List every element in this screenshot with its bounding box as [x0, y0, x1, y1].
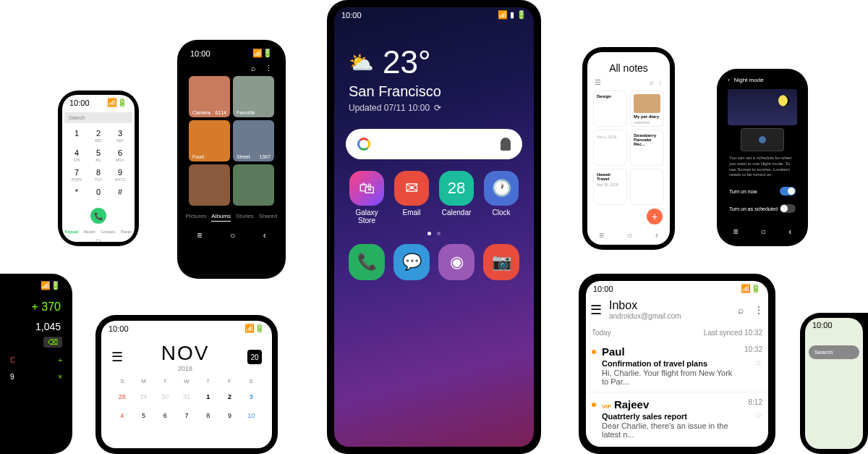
backspace-icon[interactable]: ⌫ — [43, 337, 62, 348]
menu-icon[interactable]: ☰ — [595, 78, 601, 86]
more-icon[interactable]: ⋮ — [265, 64, 273, 73]
more-icon[interactable]: ⋮ — [754, 304, 764, 316]
toggle-scheduled[interactable]: Turn on as scheduled — [722, 200, 803, 217]
album-item[interactable]: Favorite — [233, 76, 274, 117]
key-#[interactable]: # — [110, 185, 130, 203]
dock-app[interactable]: ◉ — [437, 244, 476, 280]
recents-icon[interactable]: ≡ — [599, 230, 604, 240]
key-7[interactable]: 7PQRS — [67, 166, 87, 184]
album-item[interactable] — [233, 164, 274, 206]
key-*[interactable]: * — [67, 185, 87, 203]
date-cell[interactable]: 6 — [154, 409, 176, 422]
date-cell[interactable]: 8 — [197, 409, 219, 422]
key-3[interactable]: 3DEF — [110, 127, 130, 145]
app-email[interactable]: ✉ Email — [392, 171, 431, 224]
recents-icon[interactable]: ≡ — [197, 230, 202, 240]
email-item[interactable]: Paul Confirmation of travel plans Hi, Ch… — [586, 340, 768, 392]
key-0[interactable]: 0+ — [88, 185, 109, 203]
album-item[interactable]: Food — [189, 120, 230, 161]
search-icon[interactable]: ⌕ — [650, 78, 654, 86]
toggle-turn-on-now[interactable]: Turn on now — [722, 182, 803, 200]
search-icon[interactable]: ⌕ — [738, 304, 744, 316]
date-cell[interactable]: 30 — [154, 390, 176, 403]
search-icon[interactable]: ⌕ — [251, 64, 256, 73]
map-search-input[interactable]: Search — [809, 345, 859, 359]
tab-contacts[interactable]: Contacts — [101, 230, 115, 234]
menu-icon[interactable]: ☰ — [111, 349, 123, 365]
home-icon[interactable]: ○ — [230, 230, 235, 240]
toggle-switch[interactable] — [780, 204, 796, 213]
home-icon[interactable]: ○ — [761, 227, 766, 237]
dock-app[interactable]: 📷 — [482, 244, 521, 280]
star-icon[interactable]: ☆ — [754, 358, 762, 368]
date-cell[interactable]: 29 — [133, 390, 155, 403]
date-cell[interactable]: 1 — [197, 390, 219, 403]
refresh-icon[interactable]: ⟳ — [434, 103, 441, 113]
dock-app[interactable]: 📞 — [347, 244, 386, 280]
calc-key[interactable]: × — [58, 373, 62, 381]
back-icon[interactable]: ‹ — [788, 227, 791, 237]
email-item[interactable]: VIPRajeev Quatrterly sales report Dear C… — [586, 392, 768, 445]
page-dot[interactable] — [427, 232, 431, 235]
date-cell[interactable]: 9 — [219, 409, 241, 422]
google-search-bar[interactable] — [346, 129, 522, 159]
weekday-header: M — [133, 378, 155, 384]
toggle-switch[interactable] — [780, 187, 796, 196]
date-cell[interactable]: 31 — [176, 390, 197, 403]
note-card[interactable] — [630, 169, 664, 205]
call-button[interactable]: 📞 — [90, 208, 106, 224]
tab-pictures[interactable]: Pictures — [185, 213, 206, 222]
app-clock[interactable]: 🕐 Clock — [482, 171, 521, 224]
key-6[interactable]: 6MNO — [110, 146, 130, 164]
page-dot[interactable] — [437, 232, 441, 235]
calc-key[interactable]: C — [10, 356, 15, 364]
date-cell[interactable]: 7 — [176, 409, 197, 422]
back-icon[interactable]: ‹ — [655, 230, 658, 240]
today-button[interactable]: 20 — [247, 350, 262, 364]
calc-key[interactable]: 9 — [10, 373, 14, 381]
key-8[interactable]: 8TUV — [88, 166, 109, 184]
app-calendar[interactable]: 28 Calendar — [437, 171, 476, 224]
album-item[interactable]: Camera6114 — [189, 76, 230, 117]
date-cell[interactable]: 5 — [133, 409, 155, 422]
key-4[interactable]: 4GHI — [67, 146, 87, 164]
tab-stories[interactable]: Stories — [236, 213, 254, 222]
star-icon[interactable]: ☆ — [754, 411, 762, 421]
date-cell[interactable]: 2 — [219, 390, 241, 403]
note-card[interactable]: Design — [593, 91, 627, 127]
key-2[interactable]: 2ABC — [88, 127, 109, 145]
back-icon[interactable]: ‹ — [728, 77, 730, 83]
note-card[interactable]: Hawaii TravelMar 30, 2018 — [593, 169, 627, 205]
calendar-grid: SMTWTFS2829303112345678910 — [101, 378, 272, 422]
calc-key[interactable]: ÷ — [59, 356, 63, 364]
tab-recent[interactable]: Recent — [84, 230, 95, 234]
search-input[interactable]: Search — [64, 112, 132, 123]
date-cell[interactable]: 28 — [111, 390, 133, 403]
app-galaxy[interactable]: 🛍 GalaxyStore — [347, 171, 386, 224]
tab-albums[interactable]: Albums — [211, 213, 231, 222]
note-card[interactable]: My pet diaryundefined — [630, 91, 664, 127]
key-5[interactable]: 5JKL — [88, 146, 109, 164]
home-icon[interactable]: ○ — [627, 230, 632, 240]
key-9[interactable]: 9WXYZ — [110, 166, 130, 184]
dock-app[interactable]: 💬 — [392, 244, 431, 280]
menu-icon[interactable]: ☰ — [590, 302, 602, 318]
note-card[interactable]: Nov 1, 2018 — [593, 130, 627, 166]
note-card[interactable]: Strawberry Pancake Rec... — [630, 130, 664, 166]
album-item[interactable] — [189, 164, 230, 206]
date-cell[interactable]: 10 — [240, 409, 262, 422]
tab-shared[interactable]: Shared — [259, 213, 278, 222]
key-1[interactable]: 1 — [67, 127, 87, 145]
add-note-button[interactable]: + — [647, 209, 663, 224]
recents-icon[interactable]: ≡ — [733, 227, 739, 237]
tab-places[interactable]: Places — [121, 230, 132, 234]
date-cell[interactable]: 3 — [240, 390, 262, 403]
back-icon[interactable]: ‹ — [263, 230, 266, 240]
date-cell[interactable]: 4 — [111, 409, 133, 422]
tab-keypad[interactable]: Keypad — [65, 230, 78, 234]
album-item[interactable]: Street1367 — [233, 120, 274, 161]
weather-widget[interactable]: ⛅ 23° San Francisco Updated 07/11 10:00 … — [334, 22, 534, 113]
calendar-title[interactable]: NOV 2018 — [161, 342, 210, 372]
mic-icon[interactable] — [501, 138, 511, 151]
more-icon[interactable]: ⋮ — [658, 78, 663, 86]
